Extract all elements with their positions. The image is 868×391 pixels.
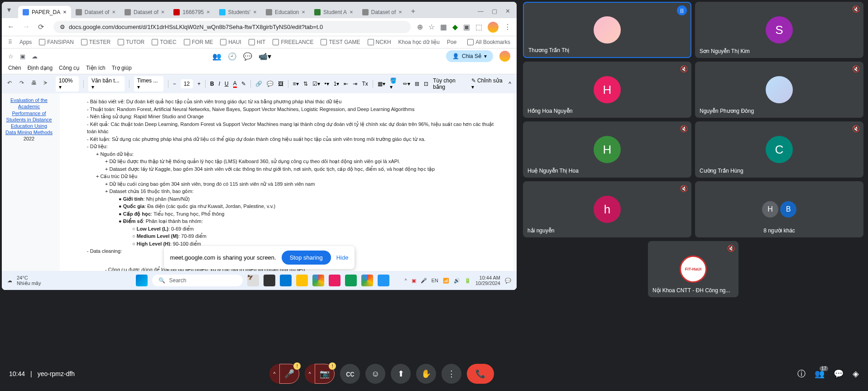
profile-avatar-icon[interactable] [488,22,499,33]
ext-icon[interactable]: ▣ [463,23,470,31]
close-window-icon[interactable]: ✕ [505,8,510,14]
outline-link[interactable]: Evaluation of the Academic Performance o… [5,97,53,136]
participant-tile[interactable]: h 🔇 hải nguyễn [523,181,691,237]
size-plus-icon[interactable]: + [197,81,201,87]
tab[interactable]: Dataset of× [358,6,407,18]
menu-item[interactable]: Công cụ [59,65,80,71]
zoom-icon[interactable]: ⊕ [417,23,423,31]
highlight-icon[interactable]: ✎ [241,81,246,87]
people-icon[interactable]: 👥17 [815,369,825,379]
collab-icon[interactable]: 👥 [212,52,221,61]
taskbar-app-icon[interactable] [329,275,340,286]
zoom-select[interactable]: 100% ▾ [56,76,79,92]
bookmark-item[interactable]: TOIEC [152,39,176,45]
paint-format-icon[interactable]: ᗒ [43,80,51,88]
style-select[interactable]: Văn bản t... ▾ [88,76,125,92]
tray-mic-icon[interactable]: 🎤 [421,278,427,284]
all-bookmarks[interactable]: All Bookmarks [467,39,510,45]
bookmark-item[interactable]: TUTOR [118,39,144,45]
mic-options-icon[interactable]: ^ [269,364,279,384]
ext-icon[interactable]: ▦ [440,23,447,31]
meet-icon[interactable]: 📹▾ [259,52,271,61]
start-icon[interactable] [136,275,148,286]
font-size-input[interactable]: 12 [181,79,193,88]
move-icon[interactable]: ▣ [20,53,25,60]
bookmark-item[interactable]: Apps [19,39,32,45]
border-icon[interactable]: ▦▾ [378,81,385,87]
reactions-button[interactable]: ☺ [365,364,385,384]
tray-notif-icon[interactable]: 💬 [505,278,511,284]
cloud-icon[interactable]: ☁ [32,53,38,60]
tray-volume-icon[interactable]: 🔊 [454,278,460,284]
activities-icon[interactable]: ◈ [853,369,859,379]
chat-icon[interactable]: 💬 [834,369,844,379]
apps-icon[interactable]: ⠿ [8,39,12,45]
bookmark-item[interactable]: TEST GAME [321,39,360,45]
taskbar-app-icon[interactable] [264,275,275,286]
italic-icon[interactable]: I [219,81,220,87]
star-icon[interactable]: ☆ [8,53,14,60]
weather-icon[interactable]: ☁ [7,278,12,284]
participant-tile[interactable]: ||| Thương Trần Thị [523,2,691,58]
participant-tile[interactable]: C 🔇 Cường Trần Hùng [695,121,863,178]
menu-item[interactable]: Định dạng [28,65,53,71]
indent-increase-icon[interactable]: ⇥ [353,81,357,87]
participant-tile[interactable]: 🔇 Nguyễn Phương Đông [695,62,863,118]
taskbar-app-icon[interactable] [312,275,324,286]
tray-icon[interactable]: ▣ [412,278,416,284]
close-icon[interactable]: × [63,9,67,15]
participant-tile[interactable]: H 🔇 Hồng Hoa Nguyễn [523,62,691,118]
leave-call-button[interactable]: 📞 [467,364,494,384]
tab[interactable]: Students'× [215,6,261,18]
maximize-icon[interactable]: ▢ [492,8,497,14]
tray-lang-icon[interactable]: EN [432,278,438,283]
camera-toggle-button[interactable]: 📷! [315,364,335,384]
taskbar-app-icon[interactable] [280,275,292,286]
share-button[interactable]: 👤 Chia Sẻ ▾ [446,50,493,62]
link-icon[interactable]: 🔗 [255,81,262,87]
table-options[interactable]: Tùy chọn bảng [433,77,466,90]
undo-icon[interactable]: ↶ [7,80,15,88]
tab-search-icon[interactable]: ▾ [7,5,16,14]
bold-icon[interactable]: B [210,81,214,87]
ext-icon[interactable]: ◆ [452,23,458,31]
minimize-icon[interactable]: — [478,8,484,14]
camera-options-icon[interactable]: ^ [305,364,315,384]
indent-decrease-icon[interactable]: ⇤ [344,81,348,87]
taskbar-app-icon[interactable]: 🦅 [247,275,259,286]
bookmark-item[interactable]: Poe [447,39,456,45]
bookmark-item[interactable]: FOR ME [184,39,213,45]
collapse-icon[interactable]: ^ [508,81,511,87]
new-tab-icon[interactable]: + [407,5,420,18]
bookmark-item[interactable]: HAUI [220,39,241,45]
image-icon[interactable]: 🖼 [278,81,283,87]
underline-icon[interactable]: U [225,81,229,87]
checklist-icon[interactable]: ☑▾ [312,81,320,87]
menu-item[interactable]: Tiện ích [86,65,106,71]
merge-icon[interactable]: ⊞ [415,81,419,87]
size-minus-icon[interactable]: − [173,81,176,87]
print-icon[interactable]: 🖶 [31,80,39,88]
taskbar-app-icon[interactable] [378,275,389,286]
tray-chevron-icon[interactable]: ^ [404,278,407,283]
present-button[interactable]: ⬆ [391,364,411,384]
bullet-list-icon[interactable]: •▾ [325,81,329,87]
captions-button[interactable]: cc [340,364,360,384]
redo-icon[interactable]: ↷ [19,80,27,88]
tab[interactable]: 1666795× [169,6,214,18]
tray-battery-icon[interactable]: 🔋 [465,278,471,284]
bookmark-item[interactable]: Khoa học dữ liệu [398,39,440,45]
font-select[interactable]: Times ... ▾ [134,76,163,92]
taskbar-app-icon[interactable] [296,275,308,286]
align-icon[interactable]: ≡▾ [293,81,299,87]
cell-align-icon[interactable]: ⊡ [424,81,428,87]
reload-icon[interactable]: ⟳ [38,23,47,32]
clear-format-icon[interactable]: Tx [362,81,368,87]
bookmark-item[interactable]: TESTER [81,39,110,45]
tab-active[interactable]: PAPER_DA× [18,6,71,18]
bookmark-item[interactable]: NCKH [368,39,391,45]
comment-add-icon[interactable]: 💬 [267,81,273,87]
hide-link[interactable]: Hide [336,254,349,261]
tray-wifi-icon[interactable]: 📶 [443,278,449,284]
participant-tile[interactable]: H 🔇 Huệ Nguyễn Thị Hoa [523,121,691,178]
